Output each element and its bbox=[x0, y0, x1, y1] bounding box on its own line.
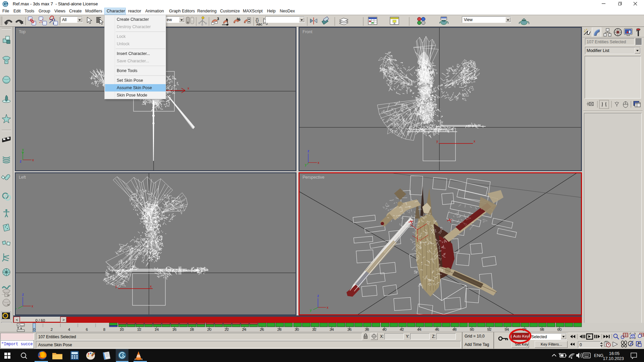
svg-text:6: 6 bbox=[86, 327, 88, 331]
svg-text:17.10.2023: 17.10.2023 bbox=[603, 356, 624, 361]
svg-text:z: z bbox=[22, 293, 24, 296]
svg-text:16:05: 16:05 bbox=[609, 351, 620, 356]
svg-text:z: z bbox=[308, 149, 309, 153]
svg-text:M: M bbox=[7, 294, 10, 297]
svg-text:x: x bbox=[318, 161, 319, 165]
svg-text:x: x bbox=[327, 306, 328, 309]
svg-text:y: y bbox=[310, 308, 312, 312]
svg-text:y: y bbox=[436, 139, 438, 143]
svg-text:y: y bbox=[22, 148, 24, 152]
svg-text:8: 8 bbox=[103, 327, 105, 331]
svg-text:x: x bbox=[150, 285, 152, 288]
svg-text:y: y bbox=[16, 307, 16, 311]
svg-text:ENG: ENG bbox=[594, 353, 603, 358]
svg-text:{}: {} bbox=[256, 17, 259, 23]
svg-text:M: M bbox=[7, 303, 10, 306]
svg-text:4: 4 bbox=[68, 327, 70, 331]
svg-text:x: x bbox=[32, 158, 34, 162]
svg-text:y: y bbox=[115, 285, 117, 288]
svg-text:z: z bbox=[20, 160, 21, 163]
svg-text:y: y bbox=[305, 163, 307, 167]
svg-text:x: x bbox=[32, 304, 33, 308]
svg-text:C: C bbox=[5, 59, 8, 62]
svg-text:z: z bbox=[317, 294, 319, 298]
svg-text:0: 0 bbox=[33, 327, 35, 331]
svg-text:3: 3 bbox=[217, 17, 219, 21]
svg-text:2: 2 bbox=[51, 327, 53, 331]
svg-text:ABC: ABC bbox=[256, 23, 262, 26]
svg-text:%: % bbox=[237, 17, 240, 22]
svg-text:x: x bbox=[474, 139, 475, 143]
svg-text:x: x bbox=[187, 86, 189, 90]
